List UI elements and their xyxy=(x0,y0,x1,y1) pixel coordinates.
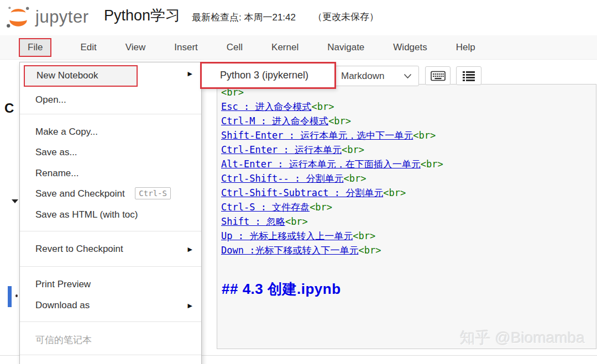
menu-item-save-as[interactable]: Save as... xyxy=(20,143,201,162)
new-notebook-submenu: Python 3 (ipykernel) xyxy=(200,62,336,89)
menu-item-save-checkpoint[interactable]: Save and Checkpoint Ctrl-S xyxy=(20,184,201,203)
partial-text-fragment xyxy=(15,294,18,297)
file-dropdown-menu: New Notebook ▶ Open... Make a Copy... Sa… xyxy=(19,62,202,364)
notebook-title[interactable]: Python学习 xyxy=(104,6,180,25)
html-tag: <br> xyxy=(285,216,308,227)
chevron-down-icon xyxy=(404,73,412,79)
keyboard-icon xyxy=(431,71,446,81)
jupyter-logo[interactable]: jupyter xyxy=(6,4,89,30)
menu-item-new-notebook[interactable]: New Notebook xyxy=(24,65,138,87)
partial-heading-text: C xyxy=(4,101,14,116)
shortcut-text: Shift-Enter : 运行本单元，选中下一单元 xyxy=(221,130,413,141)
jupyter-logo-icon xyxy=(6,4,31,30)
shortcut-text: Alt-Enter : 运行本单元，在下面插入一单元 xyxy=(221,159,421,170)
menubar: File Edit View Insert Cell Kernel Naviga… xyxy=(0,35,597,60)
menu-navigate[interactable]: Navigate xyxy=(327,42,364,53)
selected-cell-indicator-bar xyxy=(8,286,12,307)
menu-item-make-copy[interactable]: Make a Copy... xyxy=(20,123,201,141)
unsaved-changes-status: （更改未保存） xyxy=(313,10,379,23)
shortcut-text: Down :光标下移或转入下一单元 xyxy=(221,245,358,256)
html-tag: <br> xyxy=(358,245,381,256)
menu-widgets[interactable]: Widgets xyxy=(393,42,427,53)
html-tag: <br> xyxy=(310,202,332,213)
html-tag: <br> xyxy=(421,159,443,170)
editor-line[interactable]: Ctrl-Enter : 运行本单元<br> xyxy=(221,143,364,157)
cell-toolbar-list-button[interactable] xyxy=(456,66,481,85)
menu-item-label: Download as xyxy=(35,300,90,310)
editor-line[interactable]: Shift-Enter : 运行本单元，选中下一单元<br> xyxy=(221,128,436,143)
menu-item-label: Revert to Checkpoint xyxy=(35,244,123,254)
editor-line[interactable]: Alt-Enter : 运行本单元，在下面插入一单元<br> xyxy=(221,157,443,171)
shortcut-badge: Ctrl-S xyxy=(135,187,171,199)
cell-type-value: Markdown xyxy=(341,71,384,82)
menu-cell[interactable]: Cell xyxy=(227,42,243,53)
editor-line[interactable]: Down :光标下移或转入下一单元<br> xyxy=(221,243,381,257)
menu-item-print-preview[interactable]: Print Preview xyxy=(20,275,201,294)
cell-type-dropdown[interactable]: Markdown xyxy=(333,66,419,86)
jupyter-logo-text: jupyter xyxy=(35,7,89,27)
editor-line[interactable]: Esc : 进入命令模式<br> xyxy=(221,99,334,114)
shortcut-text: Ctrl-S : 文件存盘 xyxy=(221,202,310,213)
html-tag: <br> xyxy=(353,230,375,241)
jupyter-notebook-window: jupyter Python学习 最新检查点: 本周一21:42 （更改未保存）… xyxy=(0,0,597,364)
menu-kernel[interactable]: Kernel xyxy=(271,42,298,53)
menu-item-save-html[interactable]: Save as HTML (with toc) xyxy=(20,205,201,224)
html-tag: <br> xyxy=(413,130,436,141)
menu-item-revert-checkpoint[interactable]: Revert to Checkpoint ▶ xyxy=(20,240,201,259)
checkpoint-status: 最新检查点: 本周一21:42 xyxy=(192,11,296,24)
zhihu-watermark: 知乎 @Biomamba xyxy=(460,328,585,349)
editor-line[interactable]: Ctrl-M : 进入命令模式<br> xyxy=(221,114,351,128)
html-tag: <br> xyxy=(328,115,351,126)
menu-item-label: Save and Checkpoint xyxy=(35,188,125,199)
menu-separator xyxy=(20,266,201,267)
heading-collapse-caret-icon[interactable] xyxy=(12,199,18,203)
menu-separator xyxy=(20,321,201,322)
submenu-arrow-icon: ▶ xyxy=(188,296,192,315)
submenu-arrow-icon: ▶ xyxy=(188,240,192,259)
shortcut-text: Ctrl-Enter : 运行本单元 xyxy=(221,144,342,155)
menu-edit[interactable]: Edit xyxy=(80,42,96,53)
list-icon xyxy=(462,71,475,81)
html-tag: <br> xyxy=(311,101,334,112)
menu-separator xyxy=(20,114,201,114)
notebook-header: jupyter Python学习 最新检查点: 本周一21:42 （更改未保存） xyxy=(0,0,597,35)
shortcut-text: Esc : 进入命令模式 xyxy=(221,101,311,112)
shortcut-text: Ctrl-Shift-- : 分割单元 xyxy=(221,173,344,184)
menu-separator xyxy=(20,231,201,231)
editor-line[interactable]: Up : 光标上移或转入上一单元<br> xyxy=(221,229,375,243)
menu-item-open[interactable]: Open... xyxy=(20,91,201,109)
menu-file[interactable]: File xyxy=(19,38,51,57)
menu-view[interactable]: View xyxy=(125,42,146,53)
shortcut-text: Shift : 忽略 xyxy=(221,216,285,227)
editor-line[interactable]: Ctrl-Shift-- : 分割单元<br> xyxy=(221,171,366,186)
shortcut-text: Ctrl-M : 进入命令模式 xyxy=(221,115,328,126)
menu-separator xyxy=(20,355,201,355)
editor-line[interactable]: Shift : 忽略<br> xyxy=(221,214,308,229)
menu-item-trusted-notebook: 可信的笔记本 xyxy=(20,331,201,350)
shortcut-text: Up : 光标上移或转入上一单元 xyxy=(221,230,353,241)
menu-item-download-as[interactable]: Download as ▶ xyxy=(20,296,201,315)
html-tag: <br> xyxy=(342,144,364,155)
editor-line[interactable]: Ctrl-S : 文件存盘<br> xyxy=(221,200,332,214)
editor-line[interactable]: Ctrl-Shift-Subtract : 分割单元<br> xyxy=(221,186,406,200)
submenu-arrow-icon: ▶ xyxy=(188,70,192,77)
menu-help[interactable]: Help xyxy=(456,42,475,53)
html-tag: <br> xyxy=(383,187,406,198)
html-tag: <br> xyxy=(344,173,366,184)
menu-item-rename[interactable]: Rename... xyxy=(20,164,201,183)
menu-item-label: New Notebook xyxy=(36,70,98,81)
shortcut-text: Ctrl-Shift-Subtract : 分割单元 xyxy=(221,187,383,198)
submenu-item-python3[interactable]: Python 3 (ipykernel) xyxy=(220,70,308,81)
menu-insert[interactable]: Insert xyxy=(174,42,198,53)
command-palette-button[interactable] xyxy=(425,66,451,85)
markdown-heading-source[interactable]: ## 4.3 创建.ipynb xyxy=(222,279,341,299)
